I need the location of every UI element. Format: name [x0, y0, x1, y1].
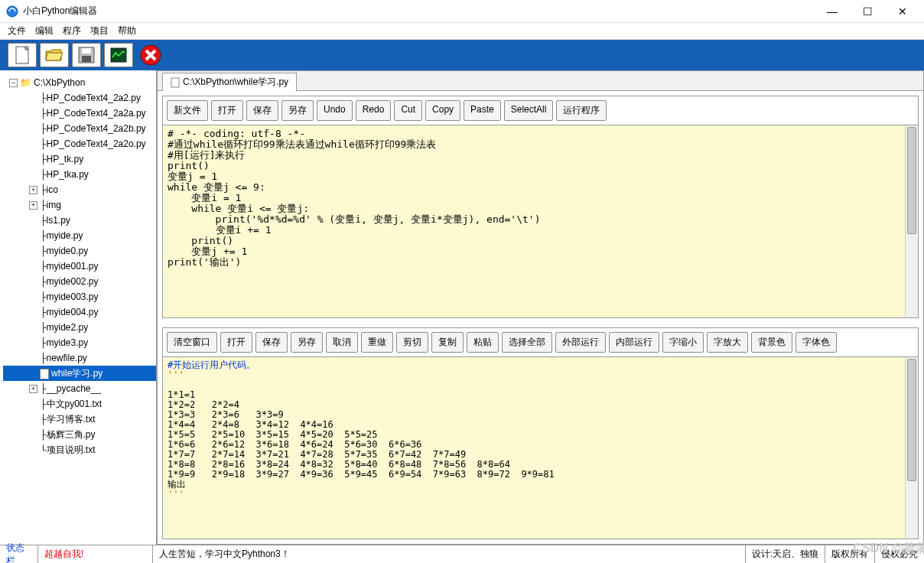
- titlebar: 小白Python编辑器 — ☐ ✕: [0, 0, 924, 23]
- tree-item[interactable]: ├myide0.py: [3, 243, 156, 259]
- save-disk-icon[interactable]: [72, 43, 101, 67]
- menu-file[interactable]: 文件: [8, 24, 26, 37]
- output-btn-13[interactable]: 字放大: [707, 332, 748, 353]
- tree-item[interactable]: ├HP_CodeText4_2a2b.py: [3, 121, 156, 136]
- app-icon: [6, 5, 18, 18]
- run-icon[interactable]: [104, 43, 133, 67]
- editor-toolbar: 新文件打开保存另存UndoRedoCutCopyPasteSelectAll运行…: [163, 96, 918, 125]
- tree-item[interactable]: ├HP_CodeText4_2a2a.py: [3, 106, 156, 121]
- output-btn-5[interactable]: 重做: [361, 332, 393, 353]
- tree-item[interactable]: +├__pycache__: [3, 381, 156, 396]
- stop-icon[interactable]: [136, 43, 165, 67]
- tree-item[interactable]: └项目说明.txt: [3, 442, 156, 457]
- minimize-button[interactable]: —: [822, 5, 843, 18]
- tab-bar: C:\XbPython\while学习.py: [158, 71, 923, 91]
- code-editor[interactable]: # -*- coding: utf-8 -*- #通过while循环打印99乘法…: [163, 125, 918, 317]
- statusbar: 状态栏 超越自我! 人生苦短，学习中文Pyhthon3！ 设计:天启、独狼 版权…: [0, 545, 924, 563]
- tree-item[interactable]: ├myide002.py: [3, 274, 156, 289]
- status-label: 状态栏: [0, 545, 38, 563]
- menu-edit[interactable]: 编辑: [35, 24, 54, 37]
- output-console[interactable]: #开始运行用户代码。 ''' 1*1=1 1*2=2 2*2=4 1*3=3 2…: [163, 356, 918, 539]
- output-btn-9[interactable]: 选择全部: [502, 332, 552, 353]
- menu-help[interactable]: 帮助: [118, 24, 136, 37]
- status-middle: 人生苦短，学习中文Pyhthon3！: [153, 545, 746, 563]
- editor-btn-3[interactable]: 另存: [281, 100, 314, 121]
- tab-current-file[interactable]: C:\XbPython\while学习.py: [162, 73, 297, 91]
- output-btn-10[interactable]: 外部运行: [555, 332, 606, 353]
- output-scrollbar[interactable]: [905, 357, 918, 539]
- output-btn-14[interactable]: 背景色: [751, 332, 792, 353]
- svg-rect-3: [82, 48, 91, 54]
- status-copyright: 版权所有 CSDN @荷蒲: [825, 545, 875, 563]
- editor-btn-7[interactable]: Copy: [425, 100, 460, 121]
- close-button[interactable]: ✕: [892, 5, 913, 18]
- tree-item[interactable]: +├ico: [3, 182, 156, 197]
- menu-program[interactable]: 程序: [63, 24, 81, 37]
- tree-item[interactable]: ├HP_CodeText4_2a2o.py: [3, 136, 156, 151]
- editor-btn-0[interactable]: 新文件: [167, 100, 208, 121]
- output-btn-8[interactable]: 粘贴: [467, 332, 499, 353]
- tree-item[interactable]: ├学习博客.txt: [3, 412, 156, 427]
- editor-panel: 新文件打开保存另存UndoRedoCutCopyPasteSelectAll运行…: [162, 96, 919, 318]
- editor-btn-10[interactable]: 运行程序: [556, 100, 607, 121]
- output-btn-11[interactable]: 内部运行: [609, 332, 659, 353]
- output-panel: 清空窗口打开保存另存取消重做剪切复制粘贴选择全部外部运行内部运行字缩小字放大背景…: [162, 327, 919, 539]
- output-btn-2[interactable]: 保存: [255, 332, 288, 353]
- tree-root[interactable]: −📁C:\XbPython: [3, 75, 156, 90]
- status-rights: 侵权必究: [875, 545, 924, 563]
- output-btn-15[interactable]: 字体色: [795, 332, 837, 353]
- tree-item[interactable]: ├HP_CodeText4_2a2.py: [3, 90, 156, 106]
- open-folder-icon[interactable]: [40, 43, 69, 67]
- editor-btn-1[interactable]: 打开: [211, 100, 243, 121]
- tree-item[interactable]: ├myide.py: [3, 228, 156, 243]
- tree-item[interactable]: ├中文py001.txt: [3, 396, 156, 412]
- tree-item[interactable]: ├myide003.py: [3, 289, 156, 304]
- svg-rect-4: [82, 56, 91, 62]
- window-title: 小白Python编辑器: [23, 5, 822, 18]
- maximize-button[interactable]: ☐: [857, 5, 878, 18]
- output-btn-3[interactable]: 另存: [291, 332, 323, 353]
- tree-item[interactable]: ├myide2.py: [3, 320, 156, 335]
- file-tree-pane: −📁C:\XbPython ├HP_CodeText4_2a2.py├HP_Co…: [0, 70, 157, 545]
- status-designer: 设计:天启、独狼: [746, 545, 825, 563]
- output-btn-1[interactable]: 打开: [220, 332, 252, 353]
- editor-btn-9[interactable]: SelectAll: [504, 100, 554, 121]
- status-motto: 超越自我!: [38, 545, 153, 563]
- svg-rect-7: [171, 78, 179, 87]
- tab-label: C:\XbPython\while学习.py: [183, 76, 288, 89]
- tree-item[interactable]: ├HP_tk.py: [3, 151, 156, 167]
- right-pane: C:\XbPython\while学习.py 新文件打开保存另存UndoRedo…: [157, 70, 924, 545]
- tree-item[interactable]: +├img: [3, 197, 156, 213]
- editor-btn-5[interactable]: Redo: [356, 100, 392, 121]
- tree-item[interactable]: ├newfile.py: [3, 350, 156, 366]
- tree-item[interactable]: ├myide001.py: [3, 259, 156, 274]
- editor-scrollbar[interactable]: [905, 125, 918, 317]
- tree-item[interactable]: ├myide3.py: [3, 335, 156, 350]
- new-file-icon[interactable]: [8, 43, 37, 67]
- editor-btn-8[interactable]: Paste: [464, 100, 501, 121]
- tree-item[interactable]: ├ls1.py: [3, 213, 156, 228]
- svg-point-0: [7, 6, 18, 17]
- main-toolbar: [0, 40, 924, 70]
- tree-item[interactable]: while学习.py: [3, 366, 156, 381]
- tree-item[interactable]: ├myide004.py: [3, 304, 156, 320]
- output-toolbar: 清空窗口打开保存另存取消重做剪切复制粘贴选择全部外部运行内部运行字缩小字放大背景…: [163, 328, 918, 356]
- output-btn-6[interactable]: 剪切: [396, 332, 428, 353]
- tree-item[interactable]: ├杨辉三角.py: [3, 427, 156, 442]
- editor-btn-2[interactable]: 保存: [246, 100, 278, 121]
- file-tree[interactable]: −📁C:\XbPython ├HP_CodeText4_2a2.py├HP_Co…: [0, 70, 156, 545]
- output-btn-7[interactable]: 复制: [431, 332, 464, 353]
- menu-project[interactable]: 项目: [90, 24, 109, 37]
- editor-btn-4[interactable]: Undo: [317, 100, 353, 121]
- menubar: 文件 编辑 程序 项目 帮助: [0, 23, 924, 40]
- output-btn-12[interactable]: 字缩小: [662, 332, 704, 353]
- output-btn-4[interactable]: 取消: [326, 332, 358, 353]
- output-btn-0[interactable]: 清空窗口: [167, 332, 217, 353]
- editor-btn-6[interactable]: Cut: [394, 100, 422, 121]
- tree-item[interactable]: ├HP_tka.py: [3, 167, 156, 182]
- doc-icon: [171, 77, 180, 88]
